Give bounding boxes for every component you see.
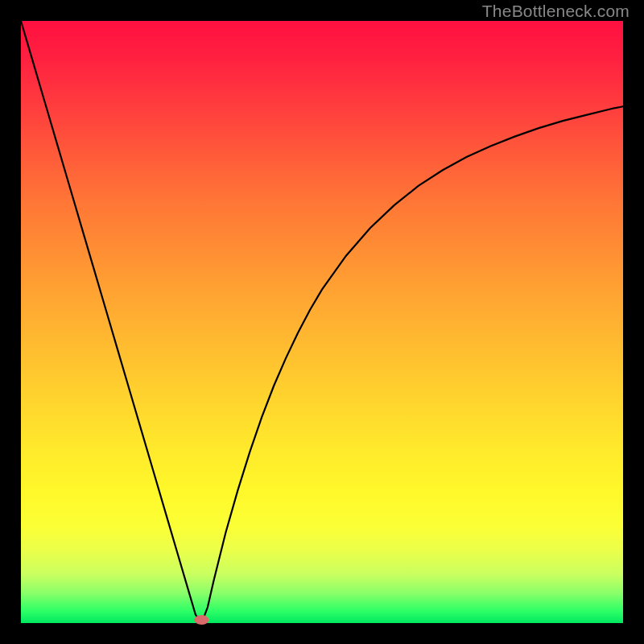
chart-svg xyxy=(21,21,623,623)
watermark-text: TheBottleneck.com xyxy=(482,2,630,21)
bottleneck-curve xyxy=(21,21,623,623)
optimal-point-marker xyxy=(194,615,208,625)
chart-frame: TheBottleneck.com xyxy=(0,0,644,644)
